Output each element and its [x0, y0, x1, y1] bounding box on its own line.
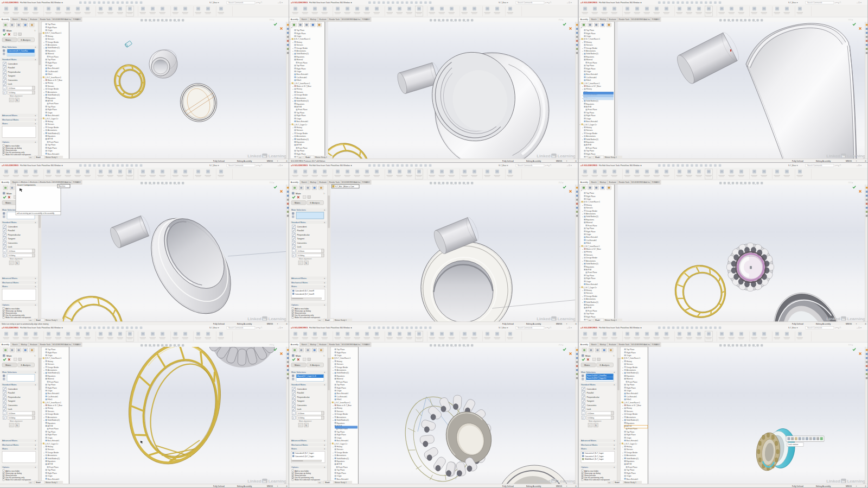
- svg-text:Lock rotation: Lock rotation: [788, 444, 798, 446]
- svg-text:Insert Components: Insert Components: [17, 183, 36, 186]
- svg-text:Select an entity or part to au: Select an entity or part to automaticall…: [2, 322, 48, 325]
- svg-text:□ □ ×: □ □ ×: [270, 345, 274, 347]
- svg-text:□ □ ×: □ □ ×: [848, 19, 853, 21]
- svg-text:S-7_Mat...(Mates a Com: S-7_Mat...(Mates a Com: [335, 186, 354, 188]
- svg-text:□ □ ×: □ □ ×: [848, 345, 853, 347]
- svg-text:Aligned(S-7_Cage<1>,S: Aligned(S-7_Cage<1>,S: [297, 376, 316, 378]
- svg-text:□ □ ×: □ □ ×: [559, 345, 563, 347]
- svg-text:WidthMate1 (S-7_Cage<: WidthMate1 (S-7_Cage<: [585, 458, 604, 460]
- svg-text:Machine: Machine: [59, 185, 66, 187]
- svg-text:SOLIDWORKS Premium 2017 x64 Ed: SOLIDWORKS Premium 2017 x64 Edition: [291, 160, 326, 162]
- svg-text:□ □ ×: □ □ ×: [559, 19, 563, 21]
- svg-text:Concentric5 (S-7_Cage<: Concentric5 (S-7_Cage<: [295, 455, 314, 458]
- svg-text:Face<1>@S-7_OuterRac: Face<1>@S-7_OuterRac: [587, 375, 607, 377]
- svg-text:Coincident4 (S-7_InnerR: Coincident4 (S-7_InnerR: [295, 293, 315, 295]
- svg-text:Coincident3 (S-7_InnerR: Coincident3 (S-7_InnerR: [295, 290, 315, 292]
- svg-text:Face<2>@S-7_Cage<1>: Face<2>@S-7_Cage<1>: [587, 378, 607, 380]
- svg-text:□ □ ×: □ □ ×: [270, 19, 274, 21]
- svg-text:Concentric(S-7_OuterRac: Concentric(S-7_OuterRac: [8, 50, 28, 52]
- svg-text:Coincident3 (S-7_Cage<: Coincident3 (S-7_Cage<: [295, 452, 314, 454]
- svg-text:with an existing part in a ass: with an existing part in a assembly in t…: [17, 212, 55, 214]
- svg-text:Concentric2 (S-7_Cage<: Concentric2 (S-7_Cage<: [585, 452, 604, 454]
- svg-text:Concentric1 (S-7_Cage<: Concentric1 (S-7_Cage<: [585, 455, 604, 458]
- svg-text:□ □ ×: □ □ ×: [270, 182, 274, 184]
- svg-text:□ □ ×: □ □ ×: [559, 182, 563, 184]
- svg-text:□ □ ×: □ □ ×: [848, 182, 853, 184]
